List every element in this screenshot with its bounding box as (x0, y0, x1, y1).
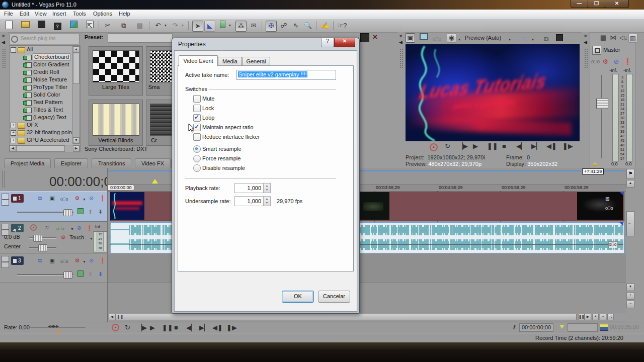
tab-transitions[interactable]: Transitions (92, 158, 131, 168)
previous-frame-icon[interactable]: ◀❚ (212, 324, 223, 332)
track-2-header[interactable]: ◀2 ● ≊ o⎕o ▼ ⊘ ❗ -Inf. 0,0 dB ⚙ Touch ▼ … (0, 222, 107, 253)
scroll-left-icon[interactable]: ◀ (109, 314, 115, 320)
tree-item-all[interactable]: –All (10, 46, 80, 53)
mute-icon[interactable]: ⊘ (612, 57, 620, 67)
expand-icon[interactable]: + (11, 138, 16, 143)
interactive-tutorials-icon[interactable]: ✍ (320, 21, 330, 31)
automation-settings-icon[interactable]: ⚙ (59, 234, 67, 241)
tool-dropdown-icon[interactable]: ▼ (227, 21, 232, 31)
track-fx-icon[interactable]: o⎕o (60, 258, 68, 265)
track-solo-icon[interactable]: ❗ (99, 257, 106, 264)
next-frame-icon[interactable]: ❚▶ (226, 324, 237, 332)
go-to-end-icon[interactable]: ▶▏ (531, 142, 541, 150)
event-fx-icon[interactable]: o⎕o (605, 206, 614, 212)
zoom-tool-icon[interactable]: 🔍 (607, 314, 614, 320)
fx-dropdown-icon[interactable]: ▼ (68, 225, 76, 233)
minimize-track-icon[interactable] (2, 224, 9, 230)
mixer-properties-icon[interactable]: ▤ (599, 34, 607, 42)
redo-dropdown-icon[interactable]: ▼ (180, 21, 185, 31)
tree-item-protype-titler[interactable]: ProType Titler (10, 83, 80, 91)
arm-record-icon[interactable]: ● (30, 224, 37, 231)
scroll-thumb[interactable]: ≡ (626, 211, 634, 236)
close-button[interactable]: ✕ (605, 0, 629, 8)
force-resample-radio[interactable] (193, 155, 201, 162)
downmix-icon[interactable]: ⋈ (609, 34, 617, 42)
dialog-tab-media[interactable]: Media (218, 57, 242, 66)
tree-item-noise-texture[interactable]: Noise Texture (10, 76, 80, 83)
record-icon[interactable]: ● (112, 324, 119, 331)
event-fx-icon[interactable]: o⎕o (608, 241, 618, 248)
copy-snapshot-icon[interactable]: ⧉ (541, 34, 551, 44)
menu-help[interactable]: Help (119, 11, 130, 17)
pin-panel-icon[interactable]: ◀ (584, 40, 587, 45)
dim-output-icon[interactable]: ◁↓ (619, 34, 627, 42)
automation-mode-label[interactable]: Touch (69, 234, 84, 240)
paste-icon[interactable]: ▤ (135, 21, 145, 31)
previous-frame-icon[interactable]: ◀❚ (546, 142, 557, 150)
scroll-thumb[interactable]: ❚❚ (115, 314, 577, 320)
composite-level-handle[interactable] (63, 209, 72, 216)
save-preset-icon[interactable] (360, 33, 369, 42)
overlays-grid-icon[interactable]: ⊞ (519, 34, 529, 44)
tree-item-test-pattern[interactable]: Test Pattern (10, 99, 80, 106)
normal-edit-tool-icon[interactable]: ➤ (192, 21, 203, 32)
plugin-search-field[interactable]: Search plug-ins (9, 34, 79, 44)
select-arrow-icon[interactable]: ⇖ (291, 21, 301, 31)
dock-grip[interactable] (584, 48, 588, 68)
playback-rate-input[interactable]: 1,000 (234, 183, 264, 193)
composite-level-handle[interactable] (63, 272, 72, 279)
dialog-tab-general[interactable]: General (242, 57, 270, 66)
play-icon[interactable]: ▶ (473, 142, 478, 150)
save-project-icon[interactable] (36, 21, 46, 31)
tree-horizontal-scrollbar[interactable]: ◀ ▶ (9, 145, 80, 152)
master-collapse-icon[interactable] (592, 46, 601, 55)
smart-resample-radio[interactable] (193, 145, 201, 153)
play-from-start-icon[interactable]: ▕▶ (137, 324, 147, 332)
undersample-rate-spinner[interactable]: ▲▼ (263, 196, 271, 206)
tab-explorer[interactable]: Explorer (54, 158, 88, 168)
expand-icon[interactable]: + (11, 130, 16, 136)
scroll-thumb[interactable] (16, 145, 65, 152)
save-snapshot-icon[interactable] (554, 34, 565, 44)
bypass-motion-blur-icon[interactable] (76, 208, 84, 216)
tree-item-titles-text[interactable]: Titles & Text (10, 106, 80, 114)
scroll-pause-icon[interactable]: ❚❚ (578, 314, 585, 320)
solo-icon[interactable]: ❗ (623, 57, 631, 67)
playback-rate-spinner[interactable]: ▲▼ (263, 183, 271, 193)
stop-icon[interactable]: ■ (502, 142, 506, 150)
tree-item-credit-roll[interactable]: Credit Roll (10, 68, 80, 76)
track-motion-icon[interactable]: ▣ (48, 257, 56, 264)
track-volume-label[interactable]: 0,0 dB (4, 234, 20, 240)
pause-icon[interactable]: ❚❚ (487, 142, 498, 150)
volume-handle[interactable] (33, 235, 42, 242)
active-take-input[interactable]: Sniper elite v2 gameplay !!!! (236, 70, 336, 80)
menu-edit[interactable]: Edit (20, 11, 29, 17)
restore-track-icon[interactable] (2, 200, 9, 206)
track-mute-icon[interactable]: ⊘ (88, 195, 95, 202)
automation-dropdown-icon[interactable]: ▼ (80, 258, 88, 265)
reduce-flicker-checkbox[interactable] (193, 133, 201, 141)
group-icon[interactable]: ⁂ (235, 21, 247, 32)
cursor-time-box[interactable]: 00:00:00;00 (519, 323, 553, 332)
tab-project-media[interactable]: Project Media (4, 158, 51, 168)
tree-item-color-gradient[interactable]: Color Gradient (10, 61, 80, 68)
restore-track-icon[interactable] (2, 262, 9, 268)
lock-checkbox[interactable] (193, 105, 201, 112)
quality-dropdown-icon[interactable]: ▼ (457, 35, 462, 45)
automation-settings-icon[interactable]: ⚙ (73, 195, 81, 202)
minimize-track-icon[interactable] (2, 256, 9, 262)
timeline-v-scrollbar[interactable]: ⚑ ▲ ≡ ▼ + − (626, 168, 634, 322)
quality-dropdown-arrow-icon[interactable]: ▼ (507, 35, 512, 45)
go-to-start-icon[interactable]: ◀▏ (186, 324, 196, 332)
scroll-right-icon[interactable]: ▶ (585, 314, 591, 320)
track-pan-label[interactable]: Center (4, 243, 21, 249)
meter-layout-icon[interactable]: ▥ (628, 34, 637, 43)
track-3-header[interactable]: 3 ⧉ ▣ o⎕o ⚙ ▼ ⊘ ❗ ⬆ ⬇ (0, 254, 107, 283)
scroll-thumb[interactable] (73, 53, 79, 84)
undo-dropdown-icon[interactable]: ▼ (163, 21, 168, 31)
marker-flag[interactable] (152, 179, 158, 184)
scroll-down-icon[interactable]: ▼ (73, 137, 79, 144)
master-fx-icon[interactable]: ⚙ (601, 57, 609, 67)
envelope-points-icon[interactable]: ☍ (279, 21, 289, 31)
scroll-up-icon[interactable]: ▲ (73, 46, 79, 53)
